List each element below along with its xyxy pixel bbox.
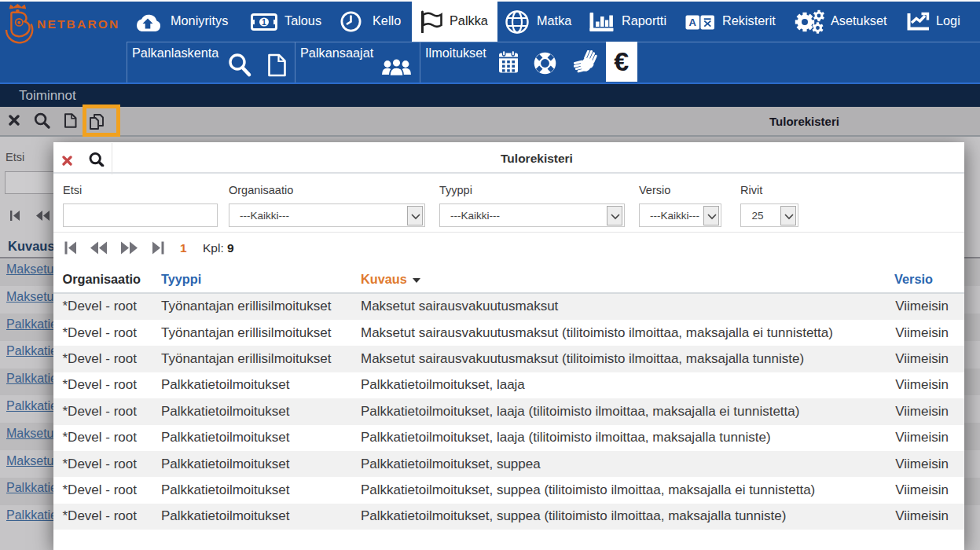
svg-text:A: A — [689, 16, 697, 28]
svg-text:1: 1 — [262, 17, 266, 27]
